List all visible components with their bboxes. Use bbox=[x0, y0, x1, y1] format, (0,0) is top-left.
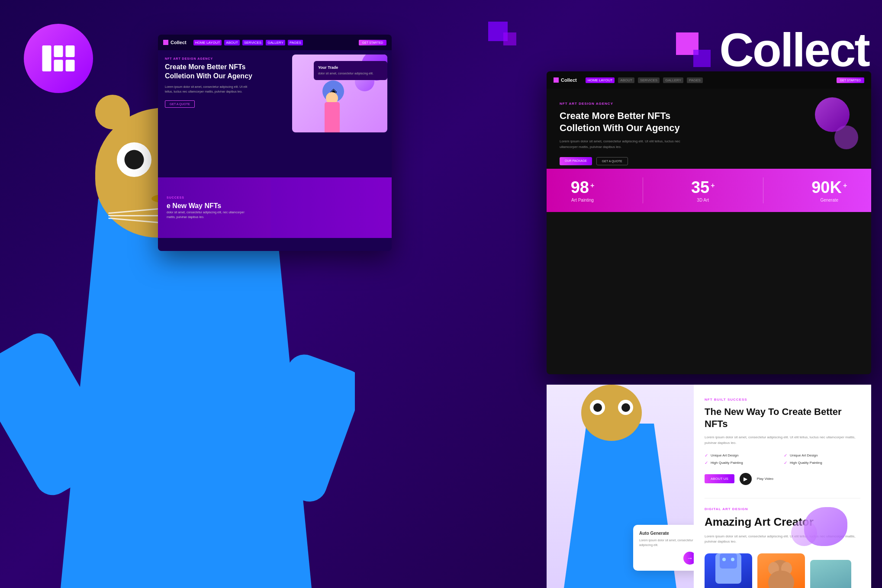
lion-eye-left bbox=[117, 142, 151, 177]
auto-gen-title: Auto Generate bbox=[639, 531, 694, 536]
stat-number-2: 35 + bbox=[691, 178, 715, 197]
nft-bg-overlay bbox=[270, 177, 392, 238]
nav-logo-sq bbox=[163, 40, 168, 45]
elephant-figure bbox=[766, 560, 796, 588]
collect-brand-icon bbox=[676, 32, 711, 67]
mini-eye-right bbox=[618, 400, 633, 415]
thumb-teal bbox=[810, 560, 851, 588]
robot-eye-left bbox=[722, 558, 726, 561]
right-nav-about[interactable]: ABOUT bbox=[618, 77, 634, 83]
check-icon-1: ✓ bbox=[705, 453, 708, 458]
bottom-split: Auto Generate Lorem ipsum dolor sit amet… bbox=[547, 385, 871, 588]
robot-head bbox=[720, 553, 737, 569]
right-cta-quote[interactable]: GET A QUOTE bbox=[596, 157, 628, 165]
thumb-elephant bbox=[757, 553, 805, 588]
nft-built-label: NFT BUILT SUCCESS bbox=[705, 398, 860, 402]
stat-3d-art: 35 + 3D Art bbox=[691, 178, 715, 202]
preview-left-hero: NFT ART DESIGN AGENCY Create More Better… bbox=[158, 50, 392, 115]
stat-super-1: + bbox=[590, 182, 594, 190]
nav-logo-label: Collect bbox=[171, 40, 187, 45]
right-ctas: OUR PACKAGE GET A QUOTE bbox=[560, 157, 858, 165]
feature-label-1: Unique Art Design bbox=[711, 453, 738, 457]
aa-deco-blob2 bbox=[791, 520, 817, 546]
about-us-btn[interactable]: ABOUT US bbox=[705, 474, 734, 483]
right-nav-cta[interactable]: GET STARTED bbox=[837, 77, 864, 83]
feature-list: ✓ Unique Art Design ✓ Unique Art Design … bbox=[705, 453, 860, 465]
mini-head bbox=[577, 385, 646, 441]
amazing-art-subsection: DIGITAL ART DESIGN Amazing Art Creator L… bbox=[705, 498, 860, 545]
preview-headline: Create More Better NFTs Colletion With O… bbox=[165, 63, 269, 81]
whisker-1 bbox=[108, 208, 160, 214]
robot-eye-right bbox=[731, 558, 734, 561]
bottom-right-text: NFT BUILT SUCCESS The New Way To Create … bbox=[694, 385, 871, 588]
auto-gen-btn[interactable]: → bbox=[683, 552, 694, 565]
stat-art-painting: 98 + Art Painting bbox=[571, 178, 595, 202]
right-nav-pages[interactable]: PAGES bbox=[687, 77, 703, 83]
svg-rect-0 bbox=[42, 45, 52, 71]
nav-cta-btn[interactable]: GET STARTED bbox=[359, 40, 386, 45]
trade-card-text: dolor sit amet, consectetur adipiscing e… bbox=[318, 71, 383, 76]
mini-pupil-left bbox=[593, 403, 602, 412]
nft-success-bar: SUCCESS e New Way NFTs dolor sit amet, c… bbox=[158, 177, 392, 238]
svg-rect-1 bbox=[54, 45, 63, 57]
right-nav-gallery[interactable]: GALLERY bbox=[663, 77, 683, 83]
nav-link-pages[interactable]: PAGES bbox=[288, 40, 303, 45]
preview-body: Lorem ipsum dolor sit amet, consectetur … bbox=[165, 84, 251, 94]
elephant-body bbox=[768, 571, 794, 588]
right-hero-deco bbox=[806, 97, 858, 149]
stat-label-2: 3D Art bbox=[691, 198, 715, 202]
right-body: Lorem ipsum dolor sit amet, consectetur … bbox=[560, 139, 681, 150]
nav-link-home[interactable]: HOME LAYOUT bbox=[193, 40, 222, 45]
play-btn[interactable]: ▶ bbox=[740, 473, 752, 485]
preview-right: Collect HOME LAYOUT ABOUT SERVICES GALLE… bbox=[547, 71, 871, 374]
nav-link-about[interactable]: ABOUT bbox=[224, 40, 240, 45]
nft-success-body: dolor sit amet, consectetur adipiscing e… bbox=[167, 210, 245, 219]
stat-label-3: Generate bbox=[811, 198, 847, 202]
fig-body bbox=[325, 102, 340, 132]
right-cta-package[interactable]: OUR PACKAGE bbox=[560, 157, 592, 165]
auto-generate-card: Auto Generate Lorem ipsum dolor sit amet… bbox=[633, 525, 694, 571]
stat-number-1: 98 + bbox=[571, 178, 595, 197]
feature-1: ✓ Unique Art Design bbox=[705, 453, 781, 458]
trade-card: Your Trade dolor sit amet, consectetur a… bbox=[314, 61, 387, 80]
stat-generate: 90K + Generate bbox=[811, 178, 847, 202]
stat-super-3: + bbox=[843, 182, 847, 190]
svg-rect-3 bbox=[66, 45, 75, 57]
right-nav-logo-sq bbox=[554, 77, 559, 83]
nav-link-gallery[interactable]: GALLERY bbox=[266, 40, 285, 45]
stat-super-2: + bbox=[711, 182, 715, 190]
right-nav-logo-label: Collect bbox=[561, 77, 577, 83]
mini-eye-left bbox=[590, 400, 605, 415]
right-nav-logo: Collect bbox=[554, 77, 577, 83]
right-nav-home[interactable]: HOME LAYOUT bbox=[586, 77, 615, 83]
feature-3: ✓ High Quality Painting bbox=[705, 460, 781, 465]
preview-cta[interactable]: GET A QUOTE bbox=[165, 100, 195, 108]
collect-brand: Collect bbox=[676, 26, 869, 74]
mini-face bbox=[581, 385, 642, 441]
deco-circle-r2 bbox=[834, 125, 858, 149]
stat-label-1: Art Painting bbox=[571, 198, 595, 202]
feature-label-3: High Quality Painting bbox=[711, 461, 743, 465]
nav-logo: Collect bbox=[163, 40, 187, 45]
stats-section: 98 + Art Painting 35 + 3D Art 90K + Gene… bbox=[547, 169, 871, 212]
stat-divider-2 bbox=[763, 177, 763, 203]
play-label: Play Video bbox=[757, 477, 773, 481]
svg-rect-4 bbox=[66, 60, 75, 71]
thumb-robot bbox=[705, 553, 752, 588]
check-icon-3: ✓ bbox=[705, 460, 708, 465]
feature-label-4: High Quality Painting bbox=[790, 461, 822, 465]
bottom-section: Auto Generate Lorem ipsum dolor sit amet… bbox=[547, 385, 871, 588]
nav-link-services[interactable]: SERVICES bbox=[242, 40, 263, 45]
bottom-thumb-row bbox=[705, 553, 860, 588]
stat-divider-1 bbox=[643, 177, 643, 203]
bottom-body: Lorem ipsum dolor sit amet, consectetur … bbox=[705, 435, 860, 446]
whisker-3 bbox=[108, 218, 160, 223]
bottom-left-image: Auto Generate Lorem ipsum dolor sit amet… bbox=[547, 385, 694, 588]
bottom-headline: The New Way To Create Better NFTs bbox=[705, 406, 860, 430]
right-nav-services[interactable]: SERVICES bbox=[638, 77, 660, 83]
right-headline: Create More Better NFTs Colletion With O… bbox=[560, 110, 689, 134]
nav-links: HOME LAYOUT ABOUT SERVICES GALLERY PAGES bbox=[193, 40, 303, 45]
preview-right-hero: NFT ART DESIGN AGENCY Create More Better… bbox=[547, 89, 871, 174]
right-nav-links: HOME LAYOUT ABOUT SERVICES GALLERY PAGES bbox=[586, 77, 703, 83]
pupil-left bbox=[125, 150, 144, 170]
